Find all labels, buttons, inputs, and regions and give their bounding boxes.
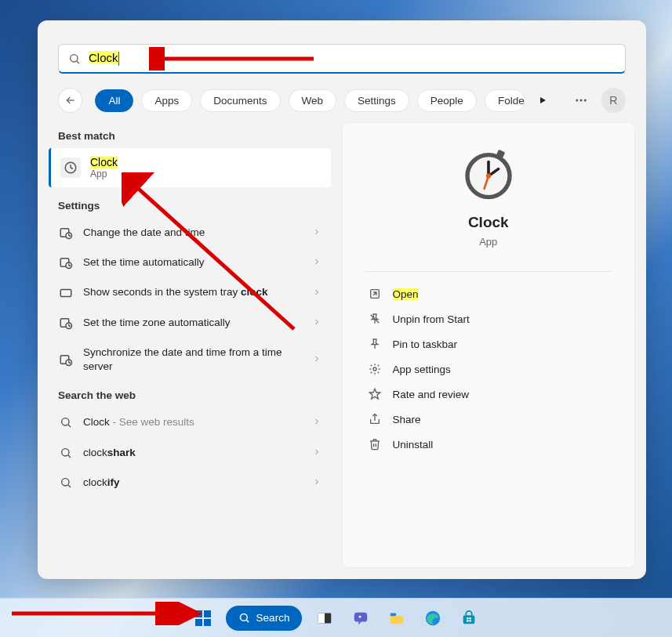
action-label: Unpin from Start xyxy=(393,313,470,325)
svg-point-50 xyxy=(240,614,247,621)
file-explorer-button[interactable] xyxy=(383,605,410,632)
svg-rect-49 xyxy=(204,619,211,626)
svg-rect-62 xyxy=(467,620,469,621)
user-avatar[interactable]: R xyxy=(601,88,626,113)
svg-line-32 xyxy=(68,485,71,487)
svg-rect-59 xyxy=(463,615,475,624)
svg-line-26 xyxy=(69,363,71,364)
svg-rect-48 xyxy=(195,619,202,626)
tab-apps[interactable]: Apps xyxy=(141,89,192,112)
settings-result[interactable]: Synchronize the date and time from a tim… xyxy=(49,338,331,382)
windows-logo-icon xyxy=(194,609,212,628)
web-result[interactable]: clockshark xyxy=(49,438,331,468)
svg-rect-46 xyxy=(195,610,202,617)
start-search-window: Clock All Apps Documents Web Settings Pe… xyxy=(38,20,646,579)
preview-action-pin-to-taskbar[interactable]: Pin to taskbar xyxy=(351,331,627,357)
chevron-right-icon xyxy=(312,255,321,270)
store-icon xyxy=(460,610,478,627)
tab-settings[interactable]: Settings xyxy=(344,89,409,112)
search-icon xyxy=(58,447,74,459)
trash-icon xyxy=(368,438,382,451)
svg-line-28 xyxy=(68,425,71,427)
edge-button[interactable] xyxy=(420,605,446,632)
preview-action-rate-and-review[interactable]: Rate and review xyxy=(351,382,627,407)
settings-result[interactable]: Change the date and time xyxy=(49,218,331,248)
more-options-button[interactable] xyxy=(568,88,593,113)
task-view-button[interactable] xyxy=(311,605,338,632)
svg-point-27 xyxy=(62,418,69,425)
search-icon xyxy=(238,612,250,624)
start-button[interactable] xyxy=(190,605,216,632)
preview-action-uninstall[interactable]: Uninstall xyxy=(351,432,627,457)
section-web: Search the web xyxy=(49,382,331,407)
unpin-icon xyxy=(368,313,382,325)
result-text: Synchronize the date and time from a tim… xyxy=(83,346,303,374)
result-text: Set the time zone automatically xyxy=(83,316,303,330)
tab-people[interactable]: People xyxy=(417,89,477,112)
more-horizontal-icon xyxy=(574,93,588,107)
clock-small-icon xyxy=(64,161,78,175)
tab-web[interactable]: Web xyxy=(289,89,337,112)
store-button[interactable] xyxy=(456,605,482,632)
best-match-result[interactable]: Clock App xyxy=(49,148,331,187)
datetime-icon xyxy=(58,353,74,367)
section-best-match: Best match xyxy=(49,122,331,148)
svg-point-38 xyxy=(486,173,491,178)
search-icon xyxy=(58,416,74,429)
action-label: Uninstall xyxy=(393,439,434,451)
svg-point-31 xyxy=(62,479,69,486)
search-input[interactable]: Clock xyxy=(81,51,616,66)
search-bar-container: Clock xyxy=(38,44,646,85)
datetime-icon xyxy=(58,255,74,270)
chevron-right-icon xyxy=(312,286,321,300)
search-bar[interactable]: Clock xyxy=(58,44,626,74)
settings-result[interactable]: Set the time zone automatically xyxy=(49,308,331,338)
open-icon xyxy=(368,288,382,300)
taskbar-search-label: Search xyxy=(256,612,290,624)
tab-documents[interactable]: Documents xyxy=(200,89,280,112)
star-icon xyxy=(368,388,382,400)
chevron-right-icon xyxy=(312,353,321,367)
svg-point-29 xyxy=(62,448,69,455)
web-result[interactable]: Clock - See web results xyxy=(49,407,331,437)
action-label: Pin to taskbar xyxy=(393,338,458,350)
best-match-app-icon xyxy=(60,157,81,178)
preview-action-share[interactable]: Share xyxy=(351,407,627,432)
preview-action-app-settings[interactable]: App settings xyxy=(351,357,627,382)
svg-point-6 xyxy=(584,100,587,102)
share-icon xyxy=(368,413,382,425)
tab-folders[interactable]: Folders xyxy=(485,89,525,112)
tabs-scroll-right[interactable] xyxy=(533,90,554,110)
result-text: Clock - See web results xyxy=(83,415,303,429)
back-button[interactable] xyxy=(58,88,82,113)
preview-action-unpin-from-start[interactable]: Unpin from Start xyxy=(351,306,627,331)
chat-icon xyxy=(352,610,369,627)
result-text: clockify xyxy=(83,476,303,490)
svg-marker-44 xyxy=(369,389,380,399)
chevron-right-icon xyxy=(312,476,321,490)
settings-result[interactable]: Show seconds in the system tray clock xyxy=(49,277,331,307)
settings-result[interactable]: Set the time automatically xyxy=(49,248,331,277)
tab-all[interactable]: All xyxy=(95,89,133,112)
chat-button[interactable] xyxy=(347,605,374,632)
svg-line-17 xyxy=(69,266,71,266)
svg-rect-18 xyxy=(60,289,71,296)
svg-point-4 xyxy=(576,100,578,102)
preview-action-open[interactable]: Open xyxy=(351,281,627,306)
svg-line-9 xyxy=(71,168,73,169)
svg-line-30 xyxy=(68,455,71,458)
divider xyxy=(365,271,612,272)
svg-rect-47 xyxy=(204,610,211,617)
svg-marker-3 xyxy=(540,97,546,103)
svg-rect-53 xyxy=(318,613,325,623)
web-result[interactable]: clockify xyxy=(49,468,331,498)
svg-point-56 xyxy=(359,615,361,617)
result-text: Show seconds in the system tray clock xyxy=(83,285,303,299)
svg-line-1 xyxy=(77,61,79,63)
results-body: Best match Clock App Settings Change the… xyxy=(38,122,646,579)
best-match-subtitle: App xyxy=(90,168,118,179)
task-view-icon xyxy=(316,610,333,627)
taskbar-search-button[interactable]: Search xyxy=(226,606,303,631)
preview-pane: Clock App OpenUnpin from StartPin to tas… xyxy=(342,122,635,568)
search-input-value: Clock xyxy=(89,51,118,64)
